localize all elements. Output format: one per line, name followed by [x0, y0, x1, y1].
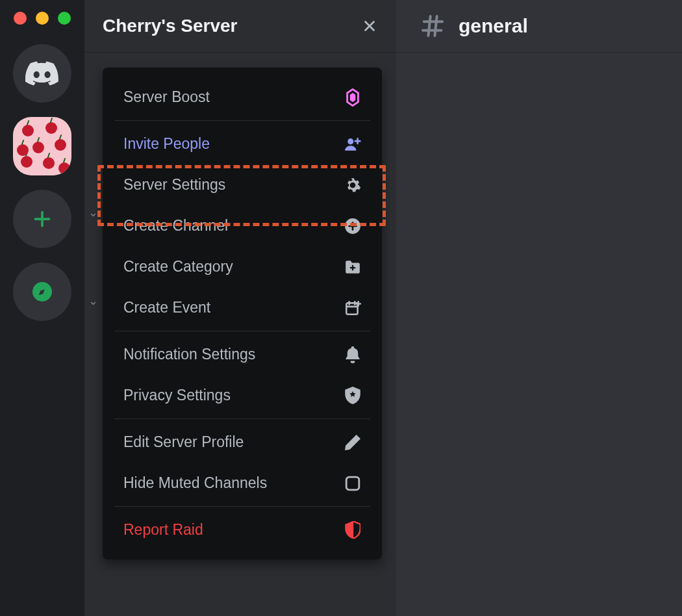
server-avatar[interactable]: [13, 117, 71, 175]
window-minimize-dot[interactable]: [36, 12, 49, 25]
menu-label: Report Raid: [123, 521, 203, 539]
discord-logo-icon: [25, 60, 59, 86]
window-close-dot[interactable]: [14, 12, 27, 25]
menu-privacy-settings[interactable]: Privacy Settings: [109, 375, 375, 416]
plus-icon: [31, 207, 54, 231]
checkbox-empty-icon: [344, 475, 361, 492]
menu-label: Hide Muted Channels: [123, 474, 267, 492]
menu-label: Edit Server Profile: [123, 433, 244, 451]
server-menu-dropdown: Server Boost Invite People Server Settin…: [103, 68, 382, 559]
server-rail: [0, 0, 84, 616]
menu-label: Invite People: [123, 135, 210, 153]
direct-messages-button[interactable]: [13, 44, 71, 103]
menu-label: Create Channel: [123, 217, 228, 235]
folder-plus-icon: [344, 259, 361, 276]
bell-icon: [344, 346, 361, 363]
channel-name: general: [459, 15, 528, 37]
menu-hide-muted-channels[interactable]: Hide Muted Channels: [109, 463, 375, 504]
svg-point-2: [351, 183, 355, 187]
close-icon[interactable]: [361, 18, 378, 34]
hash-icon: [420, 13, 446, 39]
menu-notification-settings[interactable]: Notification Settings: [109, 334, 375, 375]
menu-server-boost[interactable]: Server Boost: [109, 77, 375, 118]
menu-label: Server Boost: [123, 88, 210, 106]
server-header[interactable]: Cherry's Server: [84, 0, 396, 52]
menu-label: Notification Settings: [123, 346, 255, 363]
add-server-button[interactable]: [13, 190, 71, 248]
menu-label: Create Category: [123, 258, 233, 276]
channel-sidebar: Cherry's Server ⌄ ⌄ Server Boost Invite …: [84, 0, 396, 616]
calendar-plus-icon: [344, 300, 361, 316]
chevron-down-icon[interactable]: ⌄: [88, 205, 98, 220]
server-name: Cherry's Server: [103, 16, 237, 36]
menu-report-raid[interactable]: Report Raid: [109, 509, 375, 550]
menu-create-category[interactable]: Create Category: [109, 246, 375, 287]
menu-label: Privacy Settings: [123, 387, 231, 404]
menu-create-channel[interactable]: Create Channel: [109, 205, 375, 246]
svg-rect-4: [346, 303, 357, 314]
gear-icon: [344, 177, 361, 194]
window-zoom-dot[interactable]: [58, 12, 71, 25]
compass-icon: [31, 280, 54, 303]
circle-plus-icon: [344, 218, 361, 235]
menu-label: Server Settings: [123, 176, 225, 194]
pencil-icon: [344, 434, 361, 451]
explore-servers-button[interactable]: [13, 263, 71, 321]
chevron-down-icon[interactable]: ⌄: [88, 294, 98, 308]
menu-separator: [114, 418, 370, 419]
main-content: general: [396, 0, 682, 616]
person-plus-icon: [344, 136, 361, 153]
menu-server-settings[interactable]: Server Settings: [109, 164, 375, 205]
menu-invite-people[interactable]: Invite People: [109, 123, 375, 164]
menu-label: Create Event: [123, 299, 210, 316]
svg-point-1: [347, 138, 353, 144]
boost-gem-icon: [344, 89, 361, 106]
menu-edit-server-profile[interactable]: Edit Server Profile: [109, 422, 375, 463]
channel-header: general: [396, 0, 682, 52]
menu-create-event[interactable]: Create Event: [109, 287, 375, 328]
window-traffic-lights: [14, 8, 71, 25]
menu-separator: [114, 120, 370, 121]
menu-separator: [114, 331, 370, 331]
menu-separator: [114, 506, 370, 507]
shield-star-icon: [344, 387, 361, 404]
shield-alert-icon: [344, 522, 361, 539]
svg-rect-5: [346, 477, 359, 490]
